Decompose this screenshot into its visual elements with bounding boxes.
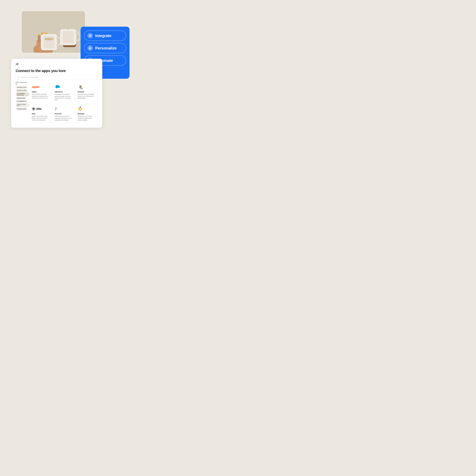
- personalize-pill: Personalize: [84, 43, 126, 53]
- integrate-pill: Integrate: [84, 31, 126, 41]
- filter-single-sign-on[interactable]: SINGLE SIGN ON: [16, 103, 29, 107]
- svg-point-28: [81, 86, 82, 86]
- filter-marketing[interactable]: MARKETING: [16, 97, 27, 100]
- svg-line-39: [33, 110, 33, 110]
- svg-point-22: [88, 47, 92, 50]
- svg-line-36: [33, 108, 33, 108]
- integration-personio[interactable]: P. Personio Automate gift sending for em…: [52, 104, 74, 123]
- layout-content: Filter integrations by: PEOPLE & HR SALE…: [16, 82, 98, 123]
- okta-text-logo: okta: [36, 107, 41, 110]
- personio-desc: Automate gift sending for employee miles…: [55, 115, 72, 121]
- salesforce-logo: [55, 85, 61, 89]
- filter-tags: PEOPLE & HR SALES & CRM CUSTOMER SUCCESS…: [16, 86, 29, 110]
- salesforce-logo-area: [55, 84, 72, 90]
- coffee-image: [22, 11, 85, 53]
- salesforce-desc: Pull together coordinated gifting campai…: [55, 93, 72, 101]
- integration-zapier[interactable]: zapier Zapier Pairing &Open and Zapier h…: [30, 82, 51, 103]
- zapier-desc: Pairing &Open and Zapier helps you turn …: [32, 93, 50, 99]
- filter-people-hr[interactable]: PEOPLE & HR: [16, 86, 28, 89]
- panel-logo-icon: [16, 63, 98, 67]
- personalize-check: [87, 45, 93, 51]
- workday-name: Workday: [78, 113, 95, 115]
- integration-hubspot[interactable]: Hubspot Synchronize your campaigns betwe…: [75, 82, 97, 103]
- zapier-name: Zapier: [32, 91, 50, 93]
- integration-workday[interactable]: Workday Add gifting to your team's workf…: [75, 104, 97, 123]
- okta-logo: okta: [32, 107, 41, 111]
- hubspot-logo-area: [78, 84, 95, 90]
- svg-point-31: [33, 108, 34, 109]
- svg-point-13: [44, 38, 54, 40]
- okta-desc: Safely and securely access &Open without…: [32, 115, 50, 121]
- hubspot-name: Hubspot: [78, 91, 95, 93]
- svg-point-9: [45, 33, 47, 34]
- hubspot-desc: Synchronize your campaigns between your …: [78, 93, 95, 99]
- personalize-label: Personalize: [95, 46, 117, 51]
- integrate-label: Integrate: [95, 34, 111, 38]
- svg-rect-20: [63, 31, 74, 43]
- search-bar[interactable]: Search for an integration...: [16, 75, 98, 80]
- search-placeholder: Search for an integration...: [20, 76, 39, 78]
- svg-rect-29: [80, 85, 80, 88]
- integrations-grid: zapier Zapier Pairing &Open and Zapier h…: [29, 82, 98, 123]
- workday-logo-area: [78, 106, 95, 112]
- filter-label: Filter integrations by:: [16, 82, 29, 85]
- okta-name: Okta: [32, 113, 50, 115]
- svg-point-25: [17, 63, 18, 64]
- svg-point-7: [38, 34, 40, 36]
- svg-line-38: [34, 108, 35, 108]
- filter-sales-crm[interactable]: SALES & CRM: [16, 89, 28, 92]
- integration-salesforce[interactable]: Salesforce Pull together coordinated gif…: [52, 82, 74, 103]
- zapier-logo-area: zapier: [32, 84, 50, 90]
- svg-point-8: [42, 32, 44, 34]
- svg-line-37: [34, 110, 35, 110]
- workday-desc: Add gifting to your team's workflow to e…: [78, 115, 95, 121]
- workday-logo: [78, 106, 83, 112]
- svg-point-21: [88, 34, 92, 37]
- personio-name: Personio: [55, 113, 72, 115]
- filter-ecommerce[interactable]: ECOMMERCE: [16, 100, 28, 102]
- zapier-logo: zapier: [32, 85, 39, 89]
- filter-customer-success[interactable]: CUSTOMER SUCCESS: [16, 92, 29, 96]
- integration-panel: Connect to the apps you love Search for …: [11, 59, 102, 128]
- okta-logo-area: okta: [32, 106, 50, 112]
- integration-okta[interactable]: okta Okta Safely and securely access &Op…: [30, 104, 51, 123]
- panel-title: Connect to the apps you love: [16, 69, 98, 73]
- filter-section: Filter integrations by: PEOPLE & HR SALE…: [16, 82, 29, 123]
- salesforce-name: Salesforce: [55, 91, 72, 93]
- personio-logo-area: P.: [55, 106, 72, 112]
- integrate-check: [87, 33, 93, 38]
- search-icon: [18, 76, 19, 78]
- filter-scheduling[interactable]: SCHEDULING: [16, 108, 28, 110]
- hubspot-logo: [78, 84, 83, 90]
- okta-sunburst-icon: [32, 107, 35, 111]
- personio-logo: P.: [55, 106, 58, 111]
